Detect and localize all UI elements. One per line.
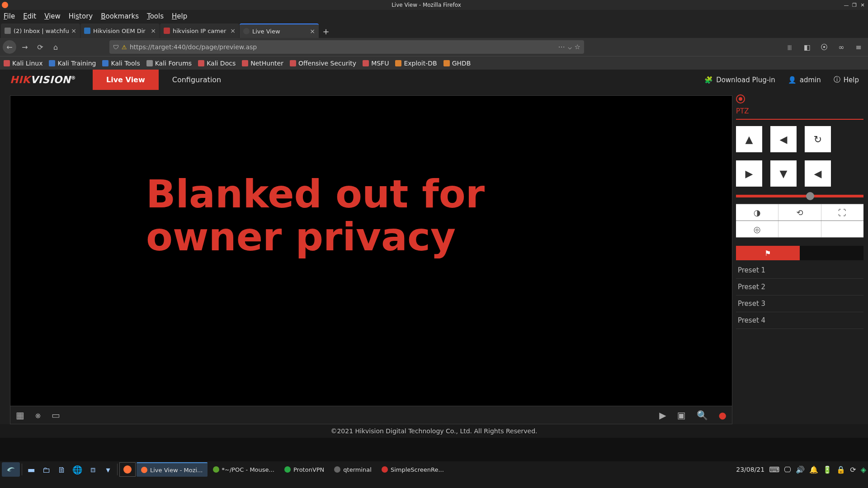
battery-tray-icon[interactable]: 🔋 [823,465,832,474]
download-plugin-link[interactable]: 🧩 Download Plug-in [704,76,775,84]
firefox-quicklaunch[interactable] [119,462,136,477]
url-bar[interactable]: 🛡 ⚠ https://target:440/doc/page/preview.… [109,40,584,54]
menu-history[interactable]: History [69,12,93,20]
bookmark-msfu[interactable]: MSFU [363,60,389,67]
menu-edit[interactable]: Edit [23,12,36,20]
bookmark-kali-forums[interactable]: Kali Forums [146,60,192,67]
menu-view[interactable]: View [44,12,61,20]
aspect-icon[interactable]: ▭ [52,410,60,421]
protection-icon[interactable]: ∞ [835,40,848,54]
bookmark-kali-tools[interactable]: Kali Tools [102,60,140,67]
ptz-play-button[interactable]: ▶ [736,160,762,187]
ptz-down-button[interactable]: ▼ [770,160,797,187]
slider-handle[interactable] [806,192,814,200]
menu-tools[interactable]: Tools [147,12,164,20]
preset-item[interactable]: Preset 3 [736,296,863,312]
preset-item[interactable]: Preset 1 [736,262,863,279]
ptz-speed-slider[interactable] [736,195,863,197]
back-button[interactable]: ← [3,40,16,54]
insecure-lock-icon[interactable]: ⚠ [122,44,127,51]
tab-inbox[interactable]: (2) Inbox | watchfu × [1,23,80,38]
focus-icon[interactable]: ⟲ [778,204,821,221]
nav-live-view[interactable]: Live View [93,70,159,90]
bookmark-exploit-db[interactable]: Exploit-DB [395,60,437,67]
preset-tab-patrol[interactable] [800,246,863,260]
menu-file[interactable]: File [4,12,15,20]
forward-button[interactable]: → [18,40,32,54]
display-tray-icon[interactable]: 🖵 [784,465,791,474]
refresh-tray-icon[interactable]: ⟳ [850,465,856,474]
bookmark-star-icon[interactable]: ☆ [575,43,580,51]
dropdown-icon[interactable]: ▾ [101,462,115,477]
taskbar-app-qterminal[interactable]: qterminal [330,462,376,477]
keyboard-tray-icon[interactable]: ⌨ [769,465,779,474]
ptz-left-button[interactable]: ◀ [805,160,831,187]
app-menu-icon[interactable]: ≡ [852,40,865,54]
pocket-icon[interactable]: ⌵ [568,43,572,51]
extension-icon[interactable]: ⦿ [817,40,831,54]
clock[interactable]: 23/08/21 [736,466,764,473]
bookmark-kali-training[interactable]: Kali Training [49,60,96,67]
maximize-button[interactable]: ❐ [851,1,858,9]
editor-icon[interactable]: 🗎 [55,462,69,477]
page-actions-icon[interactable]: ⋯ [558,43,565,51]
new-tab-button[interactable]: + [319,24,333,38]
ptz-up-button[interactable]: ▲ [736,126,762,152]
play-icon[interactable]: ▶ [659,410,666,421]
tracking-shield-icon[interactable]: 🛡 [113,44,119,51]
notifications-tray-icon[interactable]: 🔔 [809,465,818,474]
aux-icon[interactable] [821,221,863,237]
tab-hikvision-oem[interactable]: Hikvision OEM Dir × [80,23,160,38]
files-icon[interactable]: 🗀 [39,462,54,477]
close-tab-icon[interactable]: × [230,27,236,34]
menu-help[interactable]: Help [172,12,187,20]
bookmark-offsec[interactable]: Offensive Security [290,60,356,67]
menu-bookmarks[interactable]: Bookmarks [101,12,139,20]
taskbar-app-firefox[interactable]: Live View - Mozi... [137,462,208,477]
home-button[interactable]: ⌂ [49,40,62,54]
tab-live-view[interactable]: Live View × [240,23,319,38]
wiper-icon[interactable] [778,221,821,237]
lock-tray-icon[interactable]: 🔒 [836,465,845,474]
ptz-right-button[interactable]: ◀ [770,126,797,152]
minimize-button[interactable]: — [843,1,850,9]
close-tab-icon[interactable]: × [71,27,76,34]
close-tab-icon[interactable]: × [151,27,156,34]
bookmark-ghdb[interactable]: GHDB [443,60,471,67]
video-viewport[interactable]: Blanked out for owner privacy [10,95,732,406]
light-icon[interactable]: ◎ [736,221,778,237]
bookmark-kali-docs[interactable]: Kali Docs [198,60,236,67]
shield-tray-icon[interactable]: ◈ [861,465,866,474]
taskbar-app-mousepad[interactable]: *~/POC - Mouse... [208,462,279,477]
iris-icon[interactable]: ◑ [736,204,778,221]
bookmark-nethunter[interactable]: NetHunter [242,60,283,67]
bookmark-kali-linux[interactable]: Kali Linux [4,60,42,67]
record-icon[interactable]: ● [719,410,726,421]
app-launcher-button[interactable] [2,462,20,477]
preset-item[interactable]: Preset 4 [736,312,863,329]
user-menu[interactable]: 👤 admin [788,76,821,84]
zoom-icon[interactable]: 🔍 [697,410,708,421]
ptz-auto-button[interactable]: ↻ [805,126,831,152]
preset-tab-flag[interactable]: ⚑ [736,246,800,260]
library-icon[interactable]: ⫼ [783,40,797,54]
close-window-button[interactable]: ✕ [859,1,866,9]
close-tab-icon[interactable]: × [310,28,315,35]
show-desktop-icon[interactable]: ▬ [24,462,38,477]
snapshot-icon[interactable]: ▣ [677,410,686,421]
taskbar-app-protonvpn[interactable]: ProtonVPN [280,462,329,477]
help-link[interactable]: ⓘ Help [834,75,859,84]
sidebar-icon[interactable]: ◧ [800,40,814,54]
terminal-icon[interactable]: ⧈ [85,462,100,477]
stream-icon[interactable]: ⎈ [35,410,41,421]
taskbar-app-ssr[interactable]: SimpleScreenRe... [377,462,448,477]
tab-label: Hikvision OEM Dir [93,28,149,34]
preset-item[interactable]: Preset 2 [736,279,863,296]
nav-configuration[interactable]: Configuration [159,70,235,90]
reload-button[interactable]: ⟳ [33,40,47,54]
browser-globe-icon[interactable]: 🌐 [70,462,85,477]
layout-1x1-icon[interactable]: ▦ [16,410,24,421]
volume-tray-icon[interactable]: 🔊 [796,465,805,474]
tab-shodan[interactable]: hikvision IP camer × [160,23,239,38]
fullscreen-icon[interactable]: ⛶ [821,204,863,221]
